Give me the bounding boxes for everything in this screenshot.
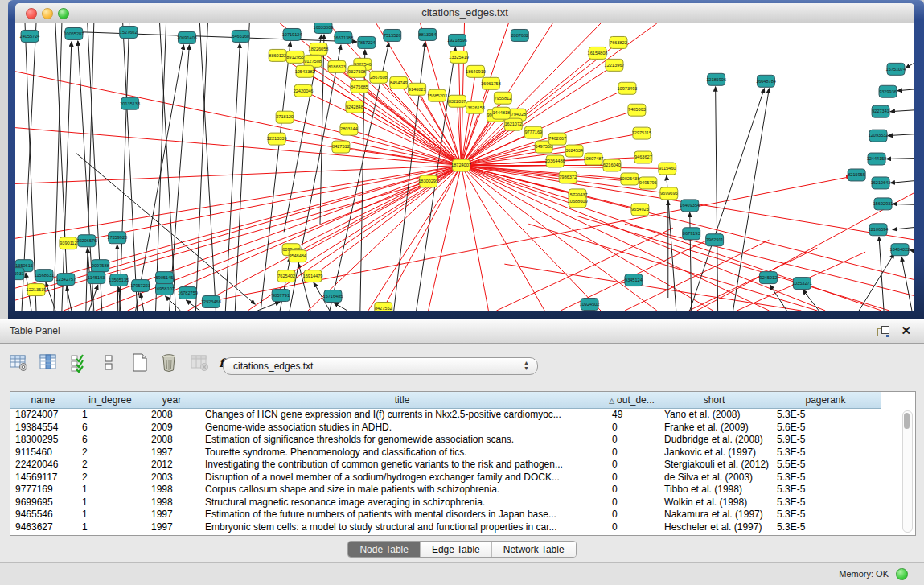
column-header-out_de[interactable]: △out_de... <box>606 392 659 409</box>
table-cell[interactable]: 1 <box>76 496 145 509</box>
table-cell[interactable]: Disruption of a novel member of a sodium… <box>199 472 606 484</box>
vertical-scrollbar[interactable] <box>902 410 913 533</box>
table-cell[interactable]: 2012 <box>145 459 199 472</box>
table-cell[interactable]: 1 <box>76 484 145 496</box>
table-cell[interactable]: 5.3E-5 <box>770 484 881 496</box>
float-panel-icon[interactable] <box>877 326 889 337</box>
table-row[interactable]: 977716911998Corpus callosum shape and si… <box>10 484 915 496</box>
table-cell[interactable]: Nakamura et al. (1997) <box>658 509 770 521</box>
table-settings-icon[interactable] <box>8 352 31 374</box>
new-table-icon[interactable] <box>129 352 151 374</box>
table-cell[interactable]: 2 <box>76 447 145 459</box>
delete-table-icon[interactable] <box>189 352 211 374</box>
table-row[interactable]: 946362711997Embryonic stem cells: a mode… <box>10 521 915 534</box>
table-cell[interactable]: 0 <box>606 509 658 521</box>
table-cell[interactable]: 22420046 <box>10 459 76 472</box>
table-cell[interactable]: 5.3E-5 <box>770 409 881 422</box>
table-row[interactable]: 2242004622012Investigating the contribut… <box>10 459 915 472</box>
table-cell[interactable]: 1997 <box>145 521 199 534</box>
table-cell[interactable]: 9463627 <box>10 521 76 534</box>
table-cell[interactable]: Structural magnetic resonance image aver… <box>199 496 606 509</box>
table-cell[interactable]: 6 <box>76 434 145 447</box>
table-cell[interactable]: Changes of HCN gene expression and I(f) … <box>199 409 606 422</box>
table-cell[interactable]: Tibbo et al. (1998) <box>658 484 770 496</box>
table-cell[interactable]: 2008 <box>145 409 199 422</box>
network-canvas[interactable]: 2405572410055287152760220691406646616010… <box>15 23 914 311</box>
tab-node-table[interactable]: Node Table <box>348 542 421 558</box>
table-cell[interactable]: Franke et al. (2009) <box>658 422 770 435</box>
select-columns-icon[interactable] <box>38 352 60 374</box>
table-cell[interactable]: Wolkin et al. (1998) <box>658 496 770 509</box>
table-cell[interactable]: Yano et al. (2008) <box>658 409 770 422</box>
column-header-short[interactable]: short <box>658 392 771 409</box>
table-cell[interactable]: 5.3E-5 <box>770 496 881 509</box>
table-cell[interactable]: 5.5E-5 <box>770 459 881 472</box>
delete-columns-icon[interactable] <box>158 352 181 374</box>
table-cell[interactable]: 0 <box>606 521 658 534</box>
select-all-icon[interactable] <box>68 352 91 374</box>
table-cell[interactable]: 0 <box>606 472 658 484</box>
table-cell[interactable]: 2009 <box>145 422 199 435</box>
tab-edge-table[interactable]: Edge Table <box>421 542 492 558</box>
table-cell[interactable]: 9115460 <box>10 447 76 459</box>
table-cell[interactable]: 5.3E-5 <box>770 472 881 484</box>
table-cell[interactable]: Estimation of significance thresholds fo… <box>199 434 606 447</box>
table-cell[interactable]: Dudbridge et al. (2008) <box>658 434 770 447</box>
table-cell[interactable]: 18724007 <box>10 409 76 422</box>
table-cell[interactable]: 19384554 <box>10 422 76 435</box>
column-header-pagerank[interactable]: pagerank <box>770 392 881 409</box>
table-row[interactable]: 1830029562008Estimation of significance … <box>10 434 915 447</box>
close-panel-icon[interactable]: ✕ <box>901 323 911 338</box>
table-cell[interactable]: 18300295 <box>10 434 76 447</box>
table-cell[interactable]: 1998 <box>145 484 199 496</box>
table-cell[interactable]: 14569117 <box>10 472 76 484</box>
table-cell[interactable]: 5.6E-5 <box>770 422 881 435</box>
table-cell[interactable]: 0 <box>606 484 658 496</box>
table-cell[interactable]: 1998 <box>145 496 199 509</box>
table-cell[interactable]: 9465546 <box>10 509 76 521</box>
table-cell[interactable]: 0 <box>606 459 658 472</box>
window-titlebar[interactable]: citations_edges.txt <box>15 3 914 23</box>
table-cell[interactable]: Tourette syndrome. Phenomenology and cla… <box>199 447 606 459</box>
table-cell[interactable]: 2003 <box>145 472 199 484</box>
table-cell[interactable]: Hescheler et al. (1997) <box>658 521 770 534</box>
table-cell[interactable]: Estimation of the future numbers of pati… <box>199 509 606 521</box>
table-cell[interactable]: de Silva et al. (2003) <box>658 472 770 484</box>
table-row[interactable]: 1456911722003Disruption of a novel membe… <box>10 472 915 484</box>
table-row[interactable]: 946554611997Estimation of the future num… <box>10 509 915 521</box>
table-row[interactable]: 911546021997Tourette syndrome. Phenomeno… <box>10 447 915 459</box>
column-header-title[interactable]: title <box>199 392 606 409</box>
table-row[interactable]: 1872400712008Changes of HCN gene express… <box>10 409 915 422</box>
table-selector-dropdown[interactable]: citations_edges.txt ▲▼ <box>223 357 538 375</box>
scrollbar-thumb[interactable] <box>904 413 910 429</box>
table-cell[interactable]: 0 <box>606 434 658 447</box>
table-row[interactable]: 969969511998Structural magnetic resonanc… <box>10 496 915 509</box>
table-cell[interactable]: 0 <box>606 447 658 459</box>
column-header-name[interactable]: name <box>10 392 76 409</box>
table-cell[interactable]: 5.3E-5 <box>770 521 881 534</box>
table-cell[interactable]: 5.3E-5 <box>770 509 881 521</box>
table-cell[interactable]: 5.3E-5 <box>770 447 881 459</box>
column-header-in_degree[interactable]: in_degree <box>76 392 146 409</box>
table-cell[interactable]: 2 <box>76 472 145 484</box>
column-header-year[interactable]: year <box>145 392 199 409</box>
table-cell[interactable]: Genome-wide association studies in ADHD. <box>199 422 606 435</box>
table-cell[interactable]: 6 <box>76 422 145 435</box>
table-cell[interactable]: 2008 <box>145 434 199 447</box>
table-cell[interactable]: 0 <box>606 496 658 509</box>
unselect-all-icon[interactable] <box>98 352 121 374</box>
table-cell[interactable]: 2 <box>76 459 145 472</box>
table-cell[interactable]: 49 <box>606 409 658 422</box>
table-cell[interactable]: 9777169 <box>10 484 76 496</box>
table-cell[interactable]: Stergiakouli et al. (2012) <box>658 459 770 472</box>
table-cell[interactable]: 1 <box>76 409 145 422</box>
table-cell[interactable]: 1 <box>76 521 145 534</box>
table-cell[interactable]: 0 <box>606 422 658 435</box>
table-cell[interactable]: Corpus callosum shape and size in male p… <box>199 484 606 496</box>
table-cell[interactable]: 1997 <box>145 447 199 459</box>
table-cell[interactable]: 1997 <box>145 509 199 521</box>
table-cell[interactable]: Embryonic stem cells: a model to study s… <box>199 521 606 534</box>
table-cell[interactable]: 5.9E-5 <box>770 434 881 447</box>
table-cell[interactable]: 9699695 <box>10 496 76 509</box>
table-cell[interactable]: Investigating the contribution of common… <box>199 459 606 472</box>
